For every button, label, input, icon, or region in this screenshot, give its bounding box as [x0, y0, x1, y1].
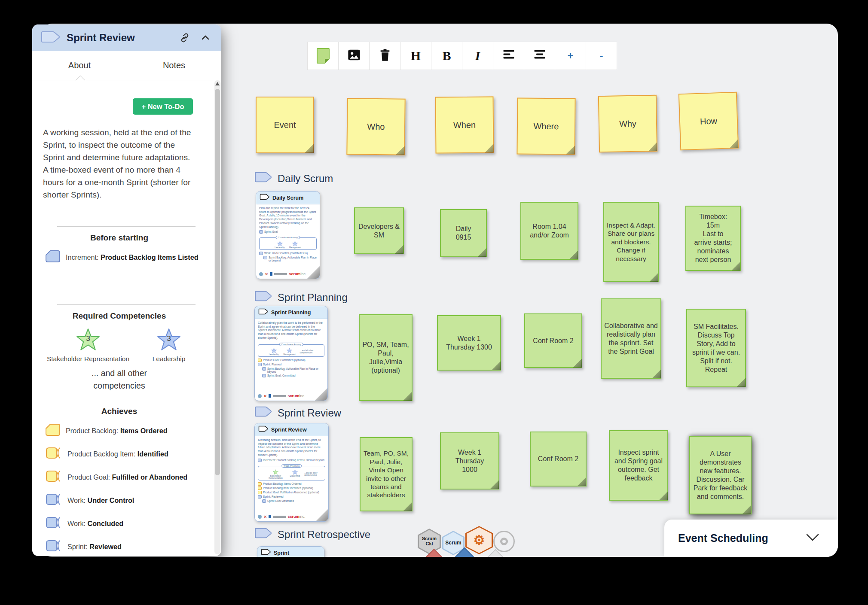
heading-tool[interactable]: H: [400, 42, 431, 70]
section-label-sprint-planning[interactable]: Sprint Planning: [254, 290, 348, 304]
italic-tool[interactable]: I: [462, 42, 493, 70]
hex-badge-gear[interactable]: ⚙: [465, 526, 493, 554]
scrollbar-thumb[interactable]: [215, 89, 220, 475]
section-label-text: Sprint Review: [278, 407, 341, 419]
sticky-note[interactable]: SM Facilitates. Discuss Top Story, Add t…: [686, 309, 746, 387]
sticky-note[interactable]: A User demonstrates new features. Discus…: [689, 436, 752, 514]
card-title: Sprint Planning: [271, 310, 311, 316]
card-body-text: Plan and replan the work for the next 24…: [256, 204, 320, 230]
sticky-note[interactable]: Conf Room 2: [524, 313, 582, 368]
tab-notes[interactable]: Notes: [127, 51, 221, 80]
align-center-icon: [532, 49, 547, 63]
sticky-note[interactable]: Room 1.04 and/or Zoom: [520, 202, 578, 260]
pbi-yellow-icon: [45, 469, 62, 485]
card-line: Sprint Goal: [256, 230, 320, 234]
svg-text:3: 3: [86, 334, 90, 343]
achieves-item: Product Goal: Fulfilled or Abandoned: [45, 469, 204, 485]
card-title: Sprint Review: [271, 427, 307, 433]
card-tag-icon: [258, 308, 269, 316]
pbi-blue-icon: [45, 516, 62, 531]
eye-pupil: [500, 538, 508, 545]
card-line-icon: [263, 256, 267, 259]
logo-circle: [259, 272, 263, 276]
logo-circle: [258, 515, 262, 519]
hex-badge-scrum-ckl[interactable]: Scrum Ckl: [418, 529, 441, 554]
trash-tool[interactable]: [369, 42, 400, 70]
align-left-tool[interactable]: [493, 42, 524, 70]
header-note-when[interactable]: When: [435, 96, 494, 153]
before-starting-text: Increment: Product Backlog Items Listed: [66, 252, 199, 262]
event-description: A working session, held at the end of th…: [43, 126, 197, 201]
achieves-text: Product Backlog Item: Identified: [67, 449, 168, 459]
card-line-icon: [259, 252, 263, 255]
event-scheduling-panel[interactable]: Event Scheduling: [664, 520, 838, 557]
pbi-blue-icon: [45, 493, 62, 508]
pbi-blue-icon: [45, 539, 62, 554]
event-card-daily-scrum[interactable]: Daily ScrumPlan and replan the work for …: [256, 191, 320, 279]
sticky-note[interactable]: Inspect & Adapt. Share our plans and blo…: [603, 202, 659, 282]
sidebar-panel: Sprint Review About Notes + New To-Do A …: [32, 24, 221, 556]
achieves-text: Work: Concluded: [67, 519, 123, 528]
sticky-note[interactable]: Conf Room 2: [530, 432, 587, 486]
eye-icon[interactable]: [493, 531, 515, 552]
tag-icon: [254, 290, 272, 304]
section-label-sprint-retrospective[interactable]: Sprint Retrospective: [254, 527, 370, 541]
card-line-icon: [258, 359, 262, 362]
header-note-how[interactable]: How: [679, 92, 739, 151]
zoom-out-tool[interactable]: -: [586, 42, 617, 70]
gear-icon: ⚙: [474, 533, 485, 547]
section-label-text: Sprint Planning: [278, 292, 348, 304]
bold-tool[interactable]: B: [431, 42, 462, 70]
sticky-note[interactable]: Collaborative and realistically plan the…: [601, 298, 661, 379]
card-line-icon: [258, 486, 262, 490]
italic-tool-label: I: [475, 49, 480, 63]
header-note-why[interactable]: Why: [598, 95, 657, 152]
achieves-item: Product Backlog Item: Identified: [45, 446, 204, 462]
tag-icon: [254, 171, 272, 185]
image-tool[interactable]: [338, 42, 370, 70]
card-line-icon: [259, 230, 263, 234]
scroll-up-arrow-icon[interactable]: [215, 82, 220, 85]
pbi-yellow-icon: [45, 446, 62, 462]
card-line: Sprint Backlog: Actionable Plan in Place…: [255, 367, 327, 374]
event-card-sprint-review[interactable]: Sprint ReviewA working session, held at …: [254, 423, 329, 522]
sticky-note[interactable]: PO, SM, Team, Paul, Julie,Vimla (optiona…: [359, 314, 413, 401]
header-note-who[interactable]: Who: [346, 98, 405, 155]
card-line-icon: [258, 459, 262, 462]
sticky-note[interactable]: Week 1 Thursday 1300: [437, 315, 501, 371]
required-competencies-heading: Required Competencies: [32, 311, 206, 321]
align-center-tool[interactable]: [524, 42, 555, 70]
section-label-sprint-review[interactable]: Sprint Review: [254, 406, 341, 420]
achieves-text: Product Goal: Fulfilled or Abandoned: [67, 472, 187, 482]
new-todo-button[interactable]: + New To-Do: [133, 98, 193, 115]
event-card-sprint-planning[interactable]: Sprint PlanningCollaboratively plan the …: [254, 306, 328, 401]
sticky-note[interactable]: Daily 0915: [440, 209, 487, 257]
header-note-where[interactable]: Where: [517, 97, 575, 155]
sticky-note-tool[interactable]: [307, 42, 339, 70]
sticky-note[interactable]: Timebox: 15m Last to arrive starts; nomi…: [685, 206, 741, 271]
card-line-icon: [262, 367, 266, 371]
event-card-sprint[interactable]: Sprint: [257, 546, 324, 557]
chevron-up-icon[interactable]: [198, 30, 213, 45]
sticky-note[interactable]: Inspect sprint and Spring goal outcome. …: [609, 430, 668, 501]
competency-star: Management: [289, 241, 301, 249]
section-label-daily-scrum[interactable]: Daily Scrum: [254, 171, 333, 185]
zoom-in-tool[interactable]: +: [555, 42, 586, 70]
sidebar-scrollbar[interactable]: [214, 80, 220, 554]
brand-text: scruminc.: [289, 272, 306, 276]
competency-box: Track Progress Stakeholder Representatio…: [258, 466, 325, 480]
card-line: Product Backlog: Items Ordered: [255, 482, 328, 486]
header-note-event[interactable]: Event: [256, 97, 314, 153]
competency-box-note: ...and all other competencies: [304, 472, 317, 476]
bold-tool-label: B: [442, 49, 451, 63]
pent-yellow-icon: [45, 423, 61, 438]
logo-circle: [258, 394, 262, 398]
link-icon[interactable]: [177, 30, 192, 45]
logo-mark: ✕: [263, 515, 267, 519]
sticky-note[interactable]: Developers & SM: [354, 207, 404, 254]
chevron-down-icon[interactable]: [805, 533, 820, 544]
sticky-note[interactable]: Week 1 Thursday 1000: [440, 432, 499, 489]
card-line: Increment: Product Backlog Items Listed …: [255, 458, 328, 462]
sticky-note[interactable]: Team, PO, SM, Paul, Julie, Vimla Open in…: [360, 437, 413, 511]
logo-bar: [273, 516, 286, 518]
